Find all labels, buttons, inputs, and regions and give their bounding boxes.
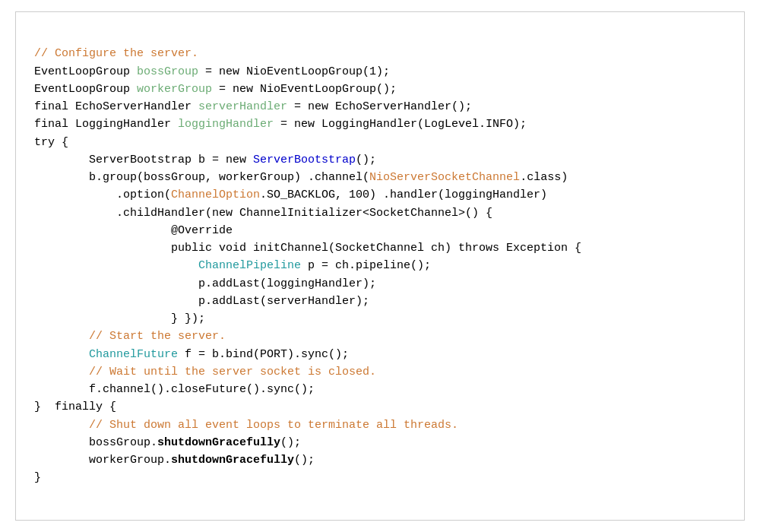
code-block: // Configure the server. EventLoopGroup … xyxy=(34,27,726,505)
line-comment-1: // Configure the server. xyxy=(34,47,198,60)
code-container: // Configure the server. EventLoopGroup … xyxy=(15,11,745,521)
line-13: ChannelPipeline p = ch.pipeline(); xyxy=(34,259,431,272)
line-20: f.channel().closeFuture().sync(); xyxy=(34,383,315,396)
line-21: } finally { xyxy=(34,401,116,413)
line-comment-22: // Shut down all event loops to terminat… xyxy=(34,419,458,432)
line-2: EventLoopGroup bossGroup = new NioEventL… xyxy=(34,65,390,78)
line-6: try { xyxy=(34,136,68,149)
line-comment-17: // Start the server. xyxy=(34,330,226,343)
line-24: workerGroup.shutdownGracefully(); xyxy=(34,454,315,467)
line-9: .option(ChannelOption.SO_BACKLOG, 100) .… xyxy=(34,188,547,201)
line-25: } xyxy=(34,471,41,484)
line-comment-19: // Wait until the server socket is close… xyxy=(34,366,376,378)
line-12: public void initChannel(SocketChannel ch… xyxy=(34,242,581,255)
line-14: p.addLast(loggingHandler); xyxy=(34,277,376,290)
line-4: final EchoServerHandler serverHandler = … xyxy=(34,100,472,113)
line-7: ServerBootstrap b = new ServerBootstrap(… xyxy=(34,154,376,166)
line-10: .childHandler(new ChannelInitializer<Soc… xyxy=(34,207,492,220)
line-8: b.group(bossGroup, workerGroup) .channel… xyxy=(34,171,568,184)
line-23: bossGroup.shutdownGracefully(); xyxy=(34,436,301,449)
line-5: final LoggingHandler loggingHandler = ne… xyxy=(34,118,527,131)
line-16: } }); xyxy=(34,312,205,325)
line-11: @Override xyxy=(34,224,233,237)
line-3: EventLoopGroup workerGroup = new NioEven… xyxy=(34,83,397,96)
line-18: ChannelFuture f = b.bind(PORT).sync(); xyxy=(34,348,349,361)
line-15: p.addLast(serverHandler); xyxy=(34,295,369,308)
